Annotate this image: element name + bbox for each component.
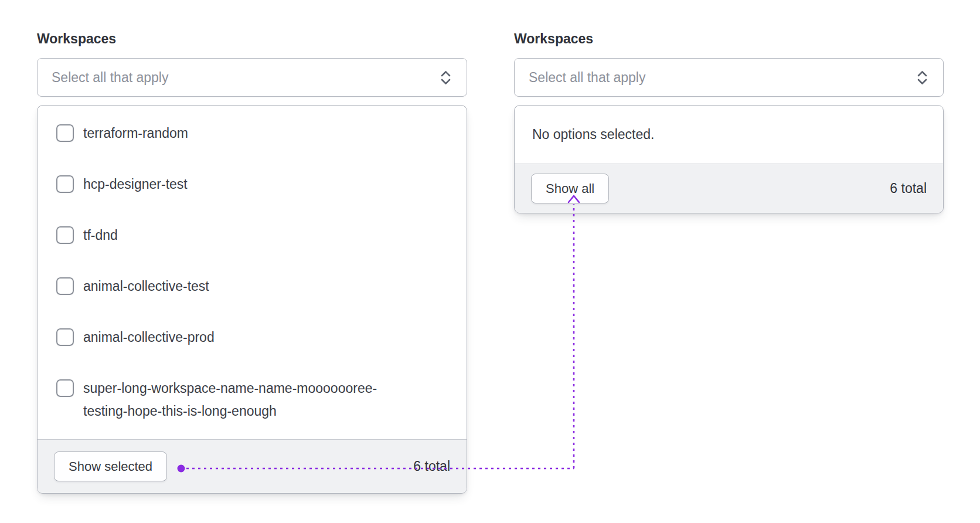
workspaces-multiselect-open: Workspaces Select all that apply terrafo… xyxy=(37,30,467,494)
up-down-chevron-icon xyxy=(916,69,929,86)
empty-state: No options selected. xyxy=(515,106,943,164)
options-dropdown-panel: terraform-random hcp-designer-test tf-dn… xyxy=(37,105,467,494)
option-checkbox[interactable] xyxy=(56,226,74,244)
dropdown-footer: Show all 6 total xyxy=(515,164,943,213)
option-label: animal-collective-prod xyxy=(83,326,215,349)
option-checkbox[interactable] xyxy=(56,379,74,397)
show-selected-button[interactable]: Show selected xyxy=(54,451,167,481)
option-row[interactable]: tf-dnd xyxy=(38,210,467,261)
show-all-button[interactable]: Show all xyxy=(531,174,609,203)
dropdown-footer: Show selected 6 total xyxy=(38,439,467,493)
option-row[interactable]: super-long-workspace-name-name-moooooore… xyxy=(38,363,467,437)
select-placeholder: Select all that apply xyxy=(529,70,645,86)
option-list: terraform-random hcp-designer-test tf-dn… xyxy=(38,106,467,439)
select-placeholder: Select all that apply xyxy=(52,70,168,86)
option-label: hcp-designer-test xyxy=(83,173,188,196)
workspaces-label: Workspaces xyxy=(37,30,467,47)
option-checkbox[interactable] xyxy=(56,124,74,142)
option-checkbox[interactable] xyxy=(56,175,74,193)
workspaces-select-trigger[interactable]: Select all that apply xyxy=(37,58,467,97)
option-label: tf-dnd xyxy=(83,224,118,247)
total-count: 6 total xyxy=(413,459,450,474)
option-row[interactable]: hcp-designer-test xyxy=(38,159,467,210)
option-row[interactable]: terraform-random xyxy=(38,108,467,159)
total-count: 6 total xyxy=(890,181,927,196)
empty-state-message: No options selected. xyxy=(532,127,654,142)
option-checkbox[interactable] xyxy=(56,277,74,295)
selected-options-panel: No options selected. Show all 6 total xyxy=(514,105,944,213)
workspaces-label: Workspaces xyxy=(514,30,944,47)
option-row[interactable]: animal-collective-test xyxy=(38,261,467,312)
workspaces-multiselect-empty: Workspaces Select all that apply No opti… xyxy=(514,30,944,213)
option-label: terraform-random xyxy=(83,122,188,145)
option-row[interactable]: animal-collective-prod xyxy=(38,312,467,363)
option-label: super-long-workspace-name-name-moooooore… xyxy=(83,377,395,423)
up-down-chevron-icon xyxy=(439,69,452,86)
workspaces-select-trigger[interactable]: Select all that apply xyxy=(514,58,944,97)
option-label: animal-collective-test xyxy=(83,275,209,298)
option-checkbox[interactable] xyxy=(56,328,74,346)
